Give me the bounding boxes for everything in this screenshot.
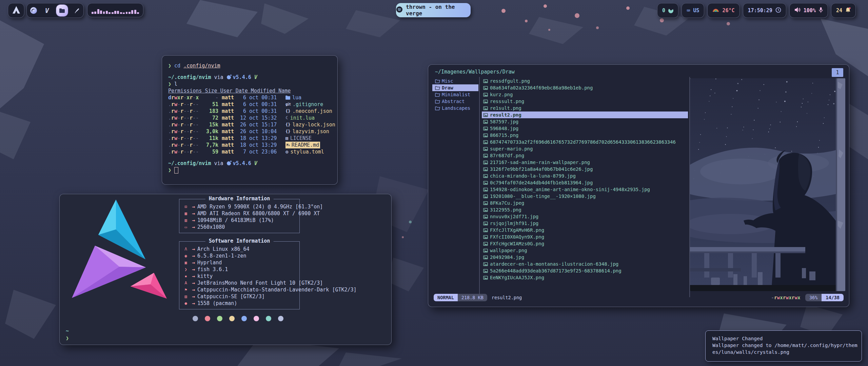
context-path: ~/.config/nvim <box>168 160 211 167</box>
file-row[interactable]: 19201080-__blue-tinge__-1920×1080.jpg <box>482 193 688 200</box>
file-row[interactable]: 0c794faf07de24a4db4d4fb1eb813964.jpg <box>482 179 688 186</box>
prompt-symbol: ❯ <box>168 62 171 69</box>
weather-widget[interactable]: 26°C <box>707 3 739 18</box>
cava-bar <box>106 11 108 14</box>
file-row[interactable]: 596848.jpg <box>482 125 688 132</box>
arch-icon: Λ <box>183 246 189 252</box>
volume-widget[interactable]: 100% <box>789 3 828 18</box>
arrow-icon: → <box>192 217 195 224</box>
fetch-info-row: ▦→AMD ATI Radeon RX 6800/6800 XT / 6900 … <box>183 210 299 217</box>
brush-icon[interactable] <box>73 6 81 15</box>
file-name: 596848.jpg <box>490 125 518 132</box>
terminal-prompt-line[interactable]: ❯ <box>168 167 337 174</box>
file-row[interactable]: chica-mirando-la-luna-8799.jpg <box>482 172 688 179</box>
file-row[interactable]: 154928-odinokoe_anime-art-anime-okno-sin… <box>482 186 688 193</box>
file-row[interactable]: 20492984.jpg <box>482 254 688 261</box>
prompt-context-line: ~/.config/nvim via v5.4.6 V <box>168 74 337 81</box>
fm-status-bar: NORMAL 218.8 KB result2.png -rwxrwxrwx 3… <box>434 293 844 302</box>
notification-popup[interactable]: Wallpaper Changed Wallpaper changed to /… <box>705 330 862 362</box>
file-row[interactable]: re1sult.png <box>482 105 688 111</box>
file-row[interactable]: FXfcJlTXgAMvH6R.png <box>482 227 688 233</box>
file-row[interactable]: FXfcII0X0AQyn9X.png <box>482 233 688 240</box>
sidebar-folder-misc[interactable]: Misc <box>432 78 478 84</box>
notifications-widget[interactable]: 24 <box>831 3 856 18</box>
fetch-info-value: 868x366 <box>197 224 225 230</box>
cava-visualizer <box>87 3 143 17</box>
bell-icon <box>845 7 851 14</box>
vim-icon[interactable]: V <box>43 6 52 15</box>
sidebar-divider <box>479 77 480 297</box>
col-name: Name <box>278 87 291 94</box>
palette-dot <box>193 316 198 321</box>
clock-widget[interactable]: 17:50:29 <box>743 3 786 18</box>
fetch-info-row: ◉→6.5.8-zen1-1-zen <box>183 252 299 259</box>
file-manager-window[interactable]: ~/Imagenes/Wallpapers/Draw 1 MiscDrawMin… <box>428 64 849 307</box>
clock-icon <box>775 7 781 14</box>
file-row[interactable]: 68747470733a2f2f696d616765732d7769786d70… <box>482 139 688 145</box>
speaker-icon <box>794 7 801 14</box>
cava-bar <box>120 12 122 14</box>
fetch-info-row: ⊡→AMD Ryzen 9 5900X (24) @ 4.9GHz [61.3°… <box>183 203 299 210</box>
workspace-badge: 1 <box>832 68 843 77</box>
file-name: 5a266e448add93deab367d87173e9f25-6837886… <box>490 267 622 274</box>
file-name: 08a634fa02a32364f69ebc86a98eb1eb.png <box>490 84 593 91</box>
file-row[interactable]: super-mario.png <box>482 145 688 152</box>
arrow-icon: → <box>192 224 195 230</box>
keyboard-layout-widget[interactable]: ⌨ US <box>682 3 704 18</box>
sidebar-folder-draw[interactable]: Draw <box>432 84 478 91</box>
file-row[interactable]: 866715.png <box>482 132 688 139</box>
file-row[interactable]: 87r687df.png <box>482 152 688 159</box>
file-row[interactable]: 08a634fa02a32364f69ebc86a98eb1eb.png <box>482 84 688 91</box>
fetch-prompt[interactable]: ~ ❯ <box>66 328 69 342</box>
file-row[interactable]: 587597.jpg <box>482 118 688 125</box>
cava-bar <box>92 12 94 14</box>
sidebar-folder-abstract[interactable]: Abstract <box>432 98 478 105</box>
notification-title: Wallpaper Changed <box>712 335 855 342</box>
file-row[interactable]: 3126f7e9bbf21a8a4af0b67b041c6e26.jpg <box>482 166 688 172</box>
ls-file-row: .rw-r--r--72matt12 oct 15:32☾init.lua <box>168 115 337 121</box>
fetch-info-value: AMD Ryzen 9 5900X (24) @ 4.9GHz [61.3°on… <box>197 203 323 210</box>
file-row[interactable]: 217167-sad-anime-rain-wallpaper.png <box>482 159 688 166</box>
file-row[interactable]: nnvuv0xj2df71.jpg <box>482 213 688 220</box>
file-row[interactable]: wallpaper.png <box>482 247 688 254</box>
ls-file-row: .rw-r--r--183matt 6 oct 00:31{}.neoconf.… <box>168 108 337 115</box>
app-launcher-button[interactable] <box>8 3 24 18</box>
palette-dot <box>266 316 271 321</box>
arrow-icon: → <box>192 273 195 280</box>
file-name: 20492984.jpg <box>490 254 524 261</box>
file-row[interactable]: 8FKa7Cu.jpeg <box>482 200 688 206</box>
cpu-icon: ⊡ <box>183 203 189 210</box>
updates-widget[interactable]: 0 <box>657 3 678 18</box>
software-info-box: Software Information Λ→Arch Linux x86_64… <box>179 241 300 309</box>
fetch-info-row: ▣→Hyprland <box>183 259 299 266</box>
folder-sidebar: MiscDrawMinimalistAbstractLandscapes <box>432 78 478 111</box>
file-row[interactable]: resssult.png <box>482 98 688 105</box>
prompt-context-line: ~/.config/nvim via v5.4.6 V <box>168 160 337 167</box>
arrow-icon: → <box>192 300 195 307</box>
cava-bar <box>100 11 102 14</box>
file-row[interactable]: FXfcHgcWIAMzs0G.png <box>482 240 688 247</box>
temperature-value: 26°C <box>722 7 734 14</box>
file-row[interactable]: 3122955.png <box>482 206 688 213</box>
sidebar-folder-minimalist[interactable]: Minimalist <box>432 91 478 98</box>
file-name: FXfcII0X0AQyn9X.png <box>490 233 544 240</box>
file-row[interactable]: result2.png <box>482 111 688 118</box>
file-row[interactable]: rsjqojlmjhf91.jpg <box>482 220 688 227</box>
firefox-icon[interactable] <box>29 6 38 15</box>
media-player-widget[interactable]: thrown - on the verge <box>396 3 471 17</box>
file-name: 8FKa7Cu.jpeg <box>490 200 524 206</box>
col-permissions: Permissions <box>168 87 202 94</box>
terminal-icon: ▪ <box>183 273 189 280</box>
terminal-window[interactable]: ❯ cd .config/nvim ~/.config/nvim via v5.… <box>162 55 338 185</box>
fetch-window[interactable]: Hardware Information ⊡→AMD Ryzen 9 5900X… <box>59 194 392 345</box>
sidebar-folder-landscapes[interactable]: Landscapes <box>432 105 478 111</box>
file-row[interactable]: atardecer-en-la-montanas-ilustracion-634… <box>482 261 688 267</box>
folder-icon[interactable] <box>56 5 68 16</box>
sidebar-folder-label: Abstract <box>442 98 465 105</box>
file-row[interactable]: EeNKYgIUcAAJ5JX.png <box>482 274 688 281</box>
file-row[interactable]: kurz.png <box>482 91 688 98</box>
memory-icon: ▥ <box>183 217 189 224</box>
file-row[interactable]: 5a266e448add93deab367d87173e9f25-6837886… <box>482 267 688 274</box>
file-row[interactable]: ressdfgult.png <box>482 78 688 84</box>
terminal-cursor <box>174 167 178 174</box>
